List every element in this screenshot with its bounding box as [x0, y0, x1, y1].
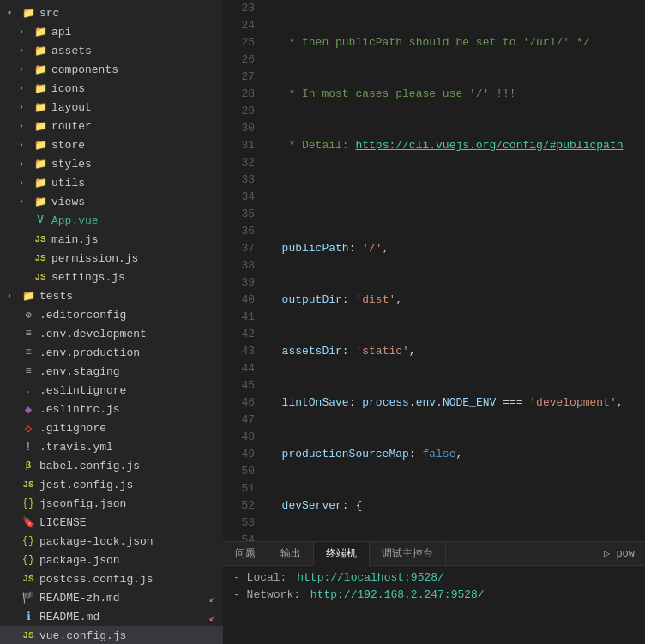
- sidebar-item-utils[interactable]: › 📁 utils: [0, 173, 223, 192]
- sidebar-item-main-js[interactable]: › JS main.js: [0, 230, 223, 249]
- expand-arrow: ›: [19, 197, 33, 207]
- sidebar-item-tests[interactable]: › 📁 tests: [0, 286, 223, 305]
- sidebar-item-label: README-zh.md: [39, 592, 120, 605]
- eslint-icon: .: [21, 382, 36, 398]
- expand-arrow: ›: [7, 348, 21, 358]
- code-line-31: productionSourceMap: false,: [268, 446, 645, 463]
- line-numbers: 23 24 25 26 27 28 29 30 31 32 33 34 35 3…: [223, 0, 262, 541]
- sidebar-item-jsconfig[interactable]: › {} jsconfig.json: [0, 494, 223, 513]
- tab-issues-label: 问题: [235, 546, 256, 561]
- sidebar-item-env-dev[interactable]: › ≡ .env.development: [0, 324, 223, 343]
- sidebar-item-label: LICENSE: [39, 516, 87, 529]
- sidebar-item-env-staging[interactable]: › ≡ .env.staging: [0, 362, 223, 381]
- network-url[interactable]: http://192.168.2.247:9528/: [310, 587, 485, 604]
- sidebar-item-api[interactable]: › 📁 api: [0, 22, 223, 41]
- expand-arrow: ›: [7, 480, 21, 490]
- sidebar-item-eslintignore[interactable]: › . .eslintignore: [0, 381, 223, 400]
- js-icon: JS: [33, 232, 48, 247]
- sidebar-item-vue-config[interactable]: › JS vue.config.js: [0, 626, 223, 644]
- sidebar-item-src[interactable]: ▾ 📁 src: [0, 3, 223, 22]
- arrow-indicator: ↙: [209, 610, 216, 624]
- sidebar-item-label: tests: [39, 290, 73, 303]
- code-lines: * then publicPath should be set to '/url…: [262, 0, 645, 541]
- terminal-line-local: - Local: http://localhost:9528/: [233, 569, 635, 587]
- sidebar-item-views[interactable]: › 📁 views: [0, 192, 223, 211]
- sidebar-item-package-lock[interactable]: › {} package-lock.json: [0, 532, 223, 551]
- sidebar-item-layout[interactable]: › 📁 layout: [0, 98, 223, 117]
- folder-icon: 📁: [33, 81, 48, 96]
- sidebar-item-package[interactable]: › {} package.json: [0, 551, 223, 569]
- env-icon: ≡: [21, 364, 36, 379]
- sidebar-item-readme-zh[interactable]: › 🏴 README-zh.md ↙: [0, 588, 223, 607]
- expand-arrow: ›: [7, 575, 21, 584]
- terminal-line-network: - Network: http://192.168.2.247:9528/: [233, 587, 635, 604]
- sidebar-item-eslintrc[interactable]: › ◆ .eslintrc.js: [0, 400, 223, 418]
- expand-arrow: ›: [19, 103, 33, 112]
- tab-terminal[interactable]: 终端机: [314, 542, 370, 566]
- folder-icon: 📁: [33, 175, 48, 190]
- sidebar-item-router[interactable]: › 📁 router: [0, 117, 223, 135]
- sidebar-item-label: src: [39, 7, 59, 20]
- sidebar-item-label: styles: [51, 158, 92, 171]
- sidebar-item-permission-js[interactable]: › JS permission.js: [0, 249, 223, 268]
- run-icon: ▷: [604, 547, 610, 560]
- folder-icon: 📁: [33, 99, 48, 115]
- expand-arrow: ›: [19, 178, 33, 188]
- sidebar-item-env-prod[interactable]: › ≡ .env.production: [0, 343, 223, 362]
- sidebar-item-styles[interactable]: › 📁 styles: [0, 154, 223, 173]
- local-url[interactable]: http://localhost:9528/: [297, 569, 444, 587]
- sidebar-item-app-vue[interactable]: › V App.vue: [0, 211, 223, 230]
- sidebar-item-icons[interactable]: › 📁 icons: [0, 79, 223, 98]
- sidebar-item-travis[interactable]: › ! .travis.yml: [0, 437, 223, 456]
- expand-arrow: ▾: [7, 8, 21, 18]
- sidebar-item-label: api: [51, 26, 71, 39]
- sidebar-item-label: views: [51, 196, 85, 208]
- sidebar-item-label: babel.config.js: [39, 460, 140, 472]
- sidebar-item-assets[interactable]: › 📁 assets: [0, 41, 223, 60]
- expand-arrow: ›: [7, 461, 21, 471]
- env-icon: ≡: [21, 326, 36, 341]
- sidebar-item-label: icons: [51, 82, 85, 95]
- panel-run-button[interactable]: ▷ pow: [604, 547, 645, 560]
- sidebar-item-settings-js[interactable]: › JS settings.js: [0, 268, 223, 286]
- expand-arrow: ›: [19, 84, 33, 93]
- code-line-26: [268, 189, 645, 206]
- sidebar-item-readme[interactable]: › ℹ README.md ↙: [0, 607, 223, 626]
- sidebar-item-editorconfig[interactable]: › ⚙ .editorconfig: [0, 305, 223, 324]
- sidebar-item-label: settings.js: [51, 271, 125, 284]
- sidebar-item-postcss[interactable]: › JS postcss.config.js: [0, 569, 223, 588]
- expand-arrow: ›: [7, 386, 21, 395]
- code-line-28: outputDir: 'dist',: [268, 292, 645, 309]
- network-label: - Network:: [233, 587, 300, 604]
- folder-icon: 📁: [33, 156, 48, 172]
- sidebar-item-gitignore[interactable]: › ◇ .gitignore: [0, 418, 223, 437]
- js-icon: JS: [33, 269, 48, 285]
- tab-issues[interactable]: 问题: [223, 542, 268, 566]
- sidebar-item-label: .env.development: [39, 328, 147, 340]
- folder-icon: 📁: [33, 137, 48, 153]
- expand-arrow: ›: [19, 235, 33, 244]
- expand-arrow: ›: [19, 273, 33, 282]
- code-line-24: * In most cases please use '/' !!!: [268, 86, 645, 103]
- sidebar-item-label: README.md: [39, 611, 99, 623]
- warn-icon: !: [21, 439, 36, 454]
- expand-arrow: ›: [7, 292, 21, 301]
- sidebar-item-license[interactable]: › 🔖 LICENSE: [0, 513, 223, 532]
- tab-debug[interactable]: 调试主控台: [370, 542, 446, 566]
- folder-icon: 📁: [33, 24, 48, 39]
- sidebar-item-store[interactable]: › 📁 store: [0, 135, 223, 154]
- expand-arrow: ›: [7, 310, 21, 320]
- expand-arrow: ›: [7, 442, 21, 452]
- expand-arrow: ›: [19, 122, 33, 131]
- sidebar-item-components[interactable]: › 📁 components: [0, 60, 223, 79]
- code-line-23: * then publicPath should be set to '/url…: [268, 34, 645, 51]
- expand-arrow: ›: [7, 424, 21, 433]
- code-line-32: devServer: {: [268, 497, 645, 515]
- sidebar-item-babel[interactable]: › β babel.config.js: [0, 456, 223, 475]
- code-editor[interactable]: 23 24 25 26 27 28 29 30 31 32 33 34 35 3…: [223, 0, 645, 541]
- js-icon: JS: [33, 250, 48, 266]
- js-icon: JS: [21, 628, 36, 643]
- tab-output[interactable]: 输出: [268, 542, 314, 566]
- sidebar-item-jest[interactable]: › JS jest.config.js: [0, 475, 223, 494]
- expand-arrow: ›: [7, 537, 21, 546]
